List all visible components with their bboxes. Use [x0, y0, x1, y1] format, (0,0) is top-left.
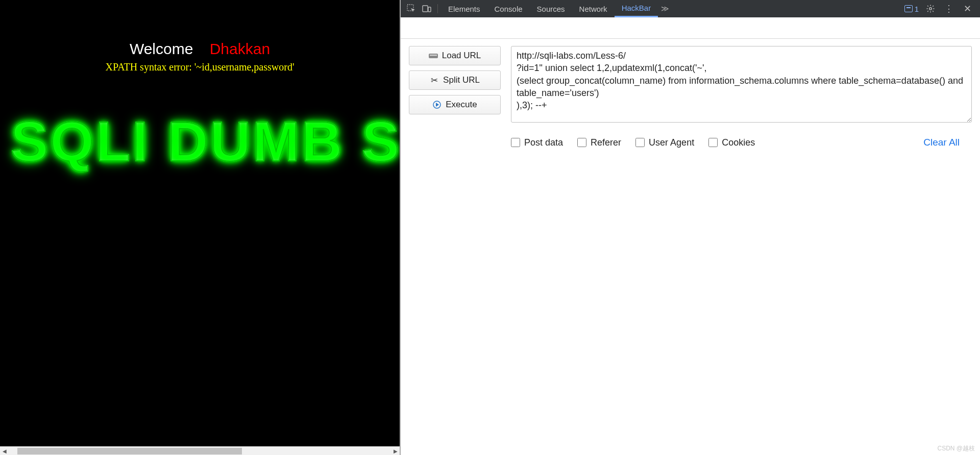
close-devtools-icon[interactable]: ✕ [961, 2, 974, 15]
execute-label: Execute [446, 100, 477, 110]
devtools-panel: Elements Console Sources Network HackBar… [400, 0, 980, 455]
svg-marker-7 [436, 103, 439, 107]
hackbar-options-row: Post data Referer User Agent Cookies Cle… [401, 130, 980, 148]
scroll-track[interactable] [9, 447, 391, 455]
device-toolbar-icon[interactable] [419, 1, 434, 16]
checkbox-cookies[interactable]: Cookies [708, 137, 755, 148]
more-menu-icon[interactable]: ⋮ [942, 2, 955, 15]
settings-gear-icon[interactable] [924, 2, 937, 15]
post-data-label: Post data [524, 137, 563, 148]
scroll-right-button[interactable]: ▶ [391, 447, 400, 456]
welcome-text: Welcome [130, 40, 193, 57]
hackbar-toolbar-strip [401, 17, 980, 39]
user-agent-input[interactable] [635, 138, 645, 147]
cookies-input[interactable] [708, 138, 718, 147]
checkbox-referer[interactable]: Referer [577, 137, 621, 148]
devtools-tabstrip: Elements Console Sources Network HackBar… [401, 0, 980, 17]
svg-rect-5 [430, 55, 437, 56]
page-content: Welcome Dhakkan XPATH syntax error: '~id… [0, 0, 400, 446]
tab-elements[interactable]: Elements [441, 0, 487, 17]
split-url-button[interactable]: ✂ Split URL [409, 70, 501, 90]
issues-count: 1 [915, 5, 919, 13]
cookies-label: Cookies [722, 137, 755, 148]
horizontal-scrollbar[interactable]: ◀ ▶ [0, 446, 400, 455]
checkbox-user-agent[interactable]: User Agent [635, 137, 694, 148]
load-url-label: Load URL [442, 51, 481, 61]
checkbox-post-data[interactable]: Post data [511, 137, 563, 148]
svg-rect-2 [428, 7, 431, 12]
play-icon [432, 100, 442, 109]
scroll-thumb[interactable] [17, 448, 242, 454]
load-url-button[interactable]: Load URL [409, 46, 501, 65]
issues-icon [904, 5, 913, 12]
inspect-element-icon[interactable] [404, 1, 419, 16]
svg-rect-1 [423, 6, 428, 12]
referer-input[interactable] [577, 138, 586, 147]
watermark-text: CSDN @越枝 [937, 444, 975, 453]
devtools-right-controls: 1 ⋮ ✕ [904, 2, 977, 15]
issues-button[interactable]: 1 [904, 5, 919, 13]
scroll-left-button[interactable]: ◀ [0, 447, 9, 456]
execute-button[interactable]: Execute [409, 95, 501, 114]
xpath-error-text: XPATH syntax error: '~id,username,passwo… [0, 61, 400, 73]
svg-rect-4 [429, 54, 438, 58]
split-url-label: Split URL [443, 75, 480, 85]
tab-hackbar[interactable]: HackBar [615, 0, 658, 17]
load-url-icon [429, 51, 438, 60]
webpage-viewport: Welcome Dhakkan XPATH syntax error: '~id… [0, 0, 400, 455]
tabs-overflow-icon[interactable]: ≫ [658, 4, 672, 13]
tab-sources[interactable]: Sources [530, 0, 572, 17]
hackbar-button-column: Load URL ✂ Split URL Execute [409, 46, 501, 114]
tab-network[interactable]: Network [572, 0, 615, 17]
clear-all-link[interactable]: Clear All [923, 137, 960, 148]
scissors-icon: ✂ [430, 76, 439, 85]
svg-point-3 [929, 8, 932, 10]
hackbar-main: Load URL ✂ Split URL Execute [401, 39, 980, 130]
welcome-line: Welcome Dhakkan [0, 40, 400, 58]
url-textarea[interactable] [511, 46, 972, 123]
post-data-input[interactable] [511, 138, 520, 147]
welcome-name: Dhakkan [210, 40, 270, 57]
sqli-logo-text: SQLI DUMB S [6, 109, 400, 174]
tab-console[interactable]: Console [487, 0, 530, 17]
user-agent-label: User Agent [649, 137, 694, 148]
separator [437, 4, 438, 13]
referer-label: Referer [591, 137, 621, 148]
